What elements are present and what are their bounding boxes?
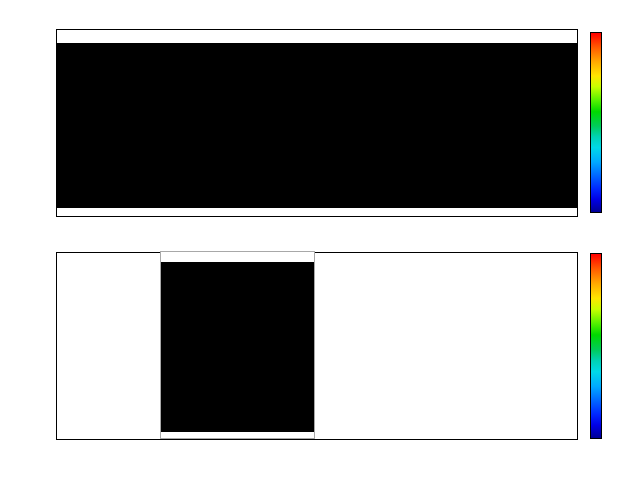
selected-range-spectrogram[interactable]: [161, 262, 314, 432]
overview-spectrogram-panel: [56, 252, 578, 440]
overview-spectrogram-canvas[interactable]: [57, 262, 577, 432]
top-spectrogram-canvas[interactable]: [57, 43, 577, 208]
top-colorbar: [590, 32, 602, 213]
zoom-selection-box[interactable]: [160, 251, 315, 439]
overview-colorbar: [590, 253, 602, 439]
spectrogram-figure: [0, 0, 640, 480]
top-zoom-spectrogram-panel: [56, 29, 578, 217]
